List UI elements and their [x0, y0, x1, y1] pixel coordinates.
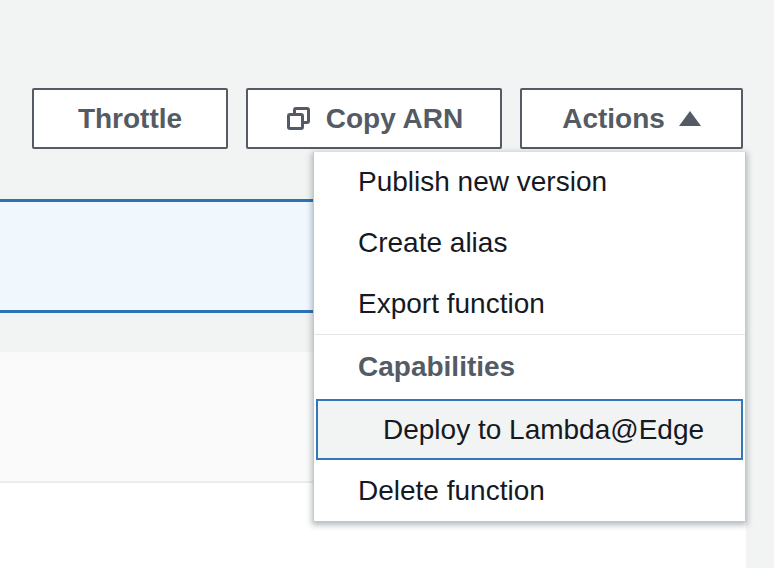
copy-arn-button-label: Copy ARN: [326, 103, 463, 135]
actions-button[interactable]: Actions: [520, 88, 743, 149]
throttle-button[interactable]: Throttle: [32, 88, 228, 149]
actions-menu: Publish new version Create alias Export …: [313, 152, 746, 522]
menu-group-header-capabilities: Capabilities: [314, 335, 745, 399]
page-background: Throttle Copy ARN Actions Publish new ve…: [0, 0, 774, 568]
copy-arn-button[interactable]: Copy ARN: [246, 88, 502, 149]
copy-icon: [285, 105, 312, 132]
menu-item-deploy-to-lambda-edge[interactable]: Deploy to Lambda@Edge: [316, 399, 743, 460]
actions-button-label: Actions: [562, 103, 665, 135]
menu-item-delete-function[interactable]: Delete function: [314, 460, 745, 521]
menu-item-export-function[interactable]: Export function: [314, 274, 745, 335]
throttle-button-label: Throttle: [78, 103, 182, 135]
caret-up-icon: [679, 111, 701, 126]
menu-item-publish-new-version[interactable]: Publish new version: [314, 152, 745, 213]
menu-item-create-alias[interactable]: Create alias: [314, 213, 745, 274]
